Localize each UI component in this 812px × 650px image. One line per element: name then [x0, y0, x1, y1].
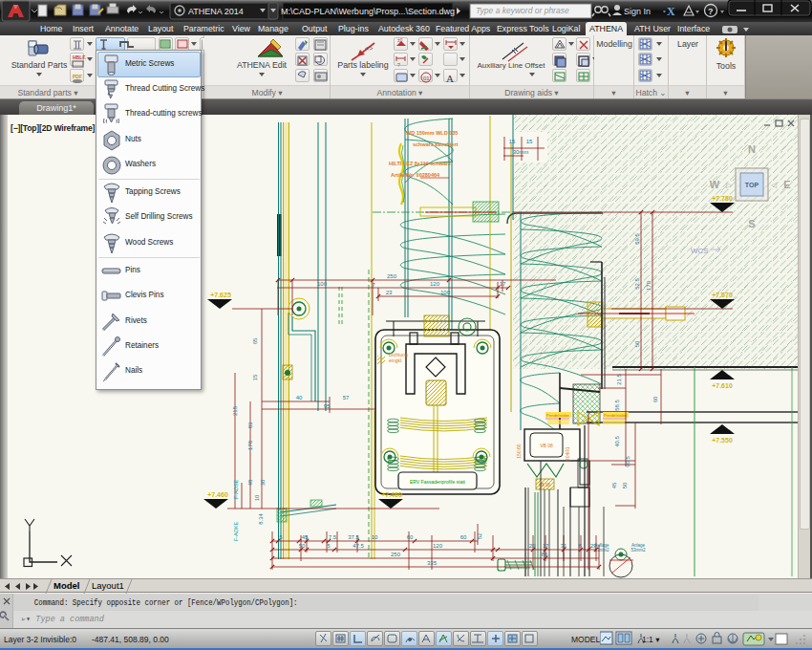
svg-text:95: 95	[324, 403, 331, 409]
svg-text:100: 100	[440, 290, 451, 295]
svg-text:90.5: 90.5	[625, 456, 630, 467]
svg-text:Pendelstäbe: Pendelstäbe	[546, 413, 570, 418]
svg-text:15: 15	[252, 374, 258, 380]
svg-text:S: S	[748, 218, 755, 229]
svg-text:5: 5	[279, 534, 283, 540]
svg-text:+7.460: +7.460	[207, 491, 228, 498]
svg-text:+7.780: +7.780	[712, 195, 733, 202]
svg-text:65: 65	[252, 337, 258, 344]
svg-text:+7.670: +7.670	[712, 292, 733, 298]
svg-text:Pendelstäbe: Pendelstäbe	[604, 413, 628, 418]
svg-text:WD 150mm WLD 035: WD 150mm WLD 035	[406, 130, 458, 136]
svg-text:+7.460: +7.460	[381, 491, 402, 498]
svg-text:53mm2: 53mm2	[630, 548, 646, 552]
svg-text:HBLF.: HBLF.	[73, 54, 86, 60]
svg-text:335: 335	[427, 560, 438, 566]
svg-text:ERV Fassadenprofile statt: ERV Fassadenprofile statt	[410, 479, 466, 485]
svg-text:7.5: 7.5	[329, 534, 337, 540]
svg-text:?: ?	[397, 62, 400, 68]
svg-text:+7.550: +7.550	[712, 437, 733, 444]
svg-text:20: 20	[529, 543, 536, 549]
svg-text:ATHENA 2014: ATHENA 2014	[188, 7, 244, 16]
svg-text:15: 15	[526, 139, 533, 144]
svg-text:HILTI - EZ 8x110 schwarz: HILTI - EZ 8x110 schwarz	[389, 161, 451, 166]
svg-text:schwarz kaschiert: schwarz kaschiert	[413, 141, 459, 147]
svg-text:48: 48	[247, 479, 253, 486]
svg-text:15: 15	[509, 139, 516, 144]
svg-text:50: 50	[622, 482, 628, 488]
svg-text:F-AOSE: F-AOSE	[233, 479, 239, 499]
svg-text:86: 86	[542, 552, 548, 557]
svg-text:W: W	[710, 179, 720, 190]
svg-text:5: 5	[327, 543, 331, 549]
svg-text:59.5: 59.5	[634, 233, 640, 245]
svg-text:60: 60	[407, 534, 414, 540]
svg-text:30mm: 30mm	[513, 149, 529, 155]
svg-text:10: 10	[372, 534, 378, 540]
svg-text:+7.625: +7.625	[210, 292, 231, 298]
svg-text:37.5: 37.5	[348, 534, 359, 540]
svg-text:23: 23	[386, 290, 393, 295]
svg-text:F-AOKE: F-AOKE	[233, 521, 239, 541]
svg-text:▷: ▷	[726, 181, 733, 189]
svg-text:31: 31	[561, 543, 567, 549]
svg-text:+7.610: +7.610	[712, 382, 733, 389]
svg-text:30: 30	[260, 479, 266, 486]
svg-text:178: 178	[247, 440, 253, 450]
svg-text:21.5: 21.5	[616, 374, 622, 385]
svg-text:60: 60	[652, 396, 658, 402]
svg-text:±0: ±0	[397, 38, 403, 43]
svg-text:10: 10	[254, 494, 260, 501]
svg-text:TOP: TOP	[745, 182, 759, 188]
svg-text:215: 215	[232, 405, 238, 416]
svg-text:40: 40	[296, 395, 303, 401]
svg-text:40.5: 40.5	[614, 436, 620, 447]
svg-text:100: 100	[317, 281, 328, 287]
svg-text:50: 50	[299, 543, 306, 549]
svg-text:120: 120	[430, 281, 440, 287]
svg-text:◁: ◁	[770, 181, 777, 189]
svg-text:7: 7	[372, 282, 375, 288]
svg-text:M:\CAD-PLAN\Werbung\Prosp...\S: M:\CAD-PLAN\Werbung\Prosp...\Section.dwg	[281, 7, 455, 16]
svg-text:8.34: 8.34	[258, 513, 264, 525]
svg-text:WCS: WCS	[691, 247, 709, 255]
svg-text:45: 45	[611, 482, 617, 488]
svg-text:01: 01	[423, 76, 430, 81]
svg-text:ArtikelNr: 00280464: ArtikelNr: 00280464	[391, 172, 440, 178]
svg-text:83: 83	[247, 422, 253, 428]
svg-text:Type a keyword or phrase: Type a keyword or phrase	[476, 6, 569, 15]
svg-text:60: 60	[460, 534, 467, 540]
svg-text:17: 17	[543, 543, 549, 549]
svg-text:52.5: 52.5	[634, 278, 640, 290]
svg-text:VB 08: VB 08	[540, 443, 553, 448]
svg-text:•: •	[663, 7, 666, 15]
svg-text:250: 250	[387, 273, 397, 279]
svg-text:eingkl.: eingkl.	[389, 358, 402, 363]
svg-text:120: 120	[433, 543, 443, 549]
svg-text:B04R1: B04R1	[565, 446, 570, 462]
svg-text:47.5: 47.5	[353, 543, 364, 549]
svg-text:57: 57	[343, 395, 350, 401]
svg-text:45: 45	[302, 534, 309, 540]
svg-text:8: 8	[578, 543, 582, 549]
svg-text:?: ?	[708, 7, 714, 16]
svg-text:<>: <>	[365, 45, 373, 53]
svg-text:150.60: 150.60	[516, 444, 522, 459]
svg-text:X: X	[667, 5, 675, 18]
svg-text:29: 29	[590, 543, 597, 549]
svg-text:52: 52	[477, 532, 482, 539]
svg-text:250: 250	[391, 552, 401, 557]
svg-text:50: 50	[634, 340, 640, 347]
svg-text:58.5: 58.5	[614, 400, 620, 411]
svg-text:A: A	[446, 73, 454, 84]
svg-text:170: 170	[646, 280, 652, 291]
svg-text:17: 17	[500, 281, 506, 287]
svg-text:PDF: PDF	[73, 74, 82, 79]
svg-text:E: E	[783, 179, 790, 190]
svg-text:Sign In: Sign In	[624, 7, 651, 16]
svg-text:N: N	[748, 143, 756, 155]
